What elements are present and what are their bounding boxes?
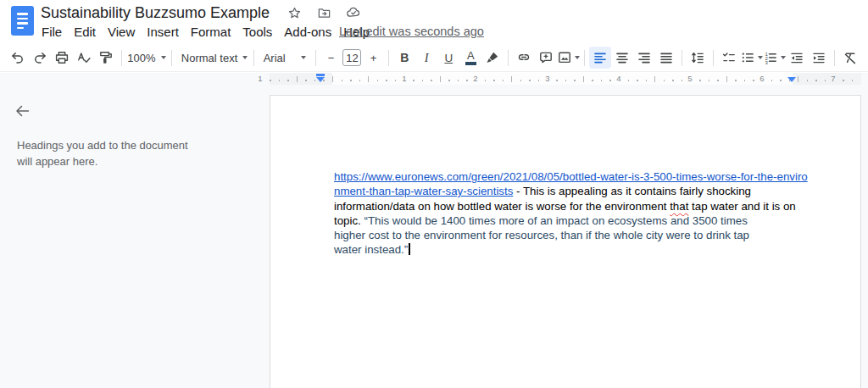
paragraph-style-select[interactable]: Normal text bbox=[176, 47, 249, 69]
increase-font-size-button[interactable]: + bbox=[362, 47, 384, 69]
ruler-tick bbox=[744, 80, 746, 81]
move-folder-icon[interactable] bbox=[313, 3, 335, 22]
ruler-tick bbox=[485, 80, 487, 81]
ruler-tick bbox=[503, 80, 504, 81]
zoom-select[interactable]: 100% bbox=[126, 47, 167, 69]
toolbar-divider bbox=[388, 50, 389, 66]
menu-item-format[interactable]: Format bbox=[185, 23, 237, 41]
document-page[interactable]: https://www.euronews.com/green/2021/08/0… bbox=[270, 95, 861, 388]
spell-check-button[interactable] bbox=[73, 47, 95, 69]
print-icon bbox=[54, 50, 70, 65]
spell-check-icon bbox=[76, 50, 92, 65]
ruler-tick bbox=[458, 80, 459, 81]
chevron-down-icon bbox=[575, 56, 580, 59]
ruler-tick bbox=[287, 80, 289, 81]
chevron-down-icon bbox=[161, 56, 166, 59]
add-comment-button[interactable] bbox=[535, 47, 557, 69]
ruler-tick bbox=[279, 80, 281, 81]
menu-item-edit[interactable]: Edit bbox=[68, 23, 102, 41]
bulleted-list-button[interactable] bbox=[740, 47, 763, 69]
cloud-saved-icon[interactable] bbox=[342, 3, 364, 22]
ruler-tick bbox=[529, 80, 531, 81]
increase-indent-button[interactable] bbox=[808, 47, 830, 69]
image-icon bbox=[557, 50, 572, 65]
menu-item-insert[interactable]: Insert bbox=[141, 23, 185, 41]
text-cursor bbox=[409, 243, 410, 255]
document-link[interactable]: nment-than-tap-water-say-scientists bbox=[334, 185, 513, 197]
text-color-button[interactable]: A bbox=[459, 47, 481, 69]
ruler-tick bbox=[332, 76, 333, 82]
link-icon bbox=[516, 50, 531, 65]
justify-icon bbox=[659, 50, 674, 65]
align-right-icon bbox=[637, 50, 652, 65]
document-text-segment: topic. bbox=[334, 214, 364, 227]
ruler-tick bbox=[574, 80, 576, 81]
ruler-number: 4 bbox=[616, 74, 620, 83]
ruler-tick bbox=[413, 80, 415, 81]
ruler[interactable]: 11234567 bbox=[0, 73, 868, 85]
insert-image-button[interactable] bbox=[557, 47, 580, 69]
paint-format-button[interactable] bbox=[95, 47, 117, 69]
ruler-tick bbox=[726, 76, 727, 82]
highlighter-icon bbox=[485, 50, 500, 65]
print-button[interactable] bbox=[51, 47, 73, 69]
increase-indent-icon bbox=[811, 50, 826, 65]
app-header: Sustainability Buzzsumo Example FileEdit… bbox=[0, 0, 868, 44]
document-title[interactable]: Sustainability Buzzsumo Example bbox=[41, 4, 270, 22]
line-spacing-button[interactable] bbox=[687, 47, 709, 69]
highlight-color-button[interactable] bbox=[481, 47, 504, 69]
chevron-down-icon bbox=[758, 56, 763, 59]
document-line: topic. “This would be 1400 times more of… bbox=[334, 213, 808, 228]
menu-item-view[interactable]: View bbox=[102, 23, 141, 41]
redo-button[interactable] bbox=[29, 47, 51, 69]
ruler-tick bbox=[609, 80, 611, 81]
toolbar: 100% Normal text Arial − 12 + B I U A bbox=[0, 44, 868, 72]
menu-bar: FileEditViewInsertFormatToolsAdd-onsHelp bbox=[36, 23, 376, 41]
align-center-button[interactable] bbox=[611, 47, 633, 69]
misspelled-word: that bbox=[670, 200, 688, 213]
font-select[interactable]: Arial bbox=[259, 47, 311, 69]
google-docs-logo-icon[interactable] bbox=[11, 6, 34, 36]
document-text[interactable]: https://www.euronews.com/green/2021/08/0… bbox=[334, 169, 808, 258]
clear-formatting-button[interactable] bbox=[839, 47, 861, 69]
insert-link-button[interactable] bbox=[513, 47, 535, 69]
ruler-tick bbox=[565, 80, 567, 81]
undo-button[interactable] bbox=[7, 47, 29, 69]
quoted-text: “This would be 1400 times more of an imp… bbox=[364, 214, 747, 227]
ruler-tick bbox=[493, 80, 495, 81]
ruler-tick bbox=[646, 80, 648, 81]
ruler-tick bbox=[852, 80, 854, 81]
decrease-indent-button[interactable] bbox=[786, 47, 808, 69]
align-left-icon bbox=[593, 50, 608, 65]
ruler-tick bbox=[807, 80, 809, 81]
left-indent-marker[interactable] bbox=[316, 74, 325, 82]
decrease-indent-icon bbox=[789, 50, 804, 65]
align-right-button[interactable] bbox=[633, 47, 655, 69]
document-link[interactable]: https://www.euronews.com/green/2021/08/0… bbox=[334, 170, 808, 183]
ruler-tick bbox=[682, 80, 683, 81]
bold-button[interactable]: B bbox=[393, 47, 415, 69]
decrease-font-size-button[interactable]: − bbox=[320, 47, 342, 69]
close-outline-button[interactable] bbox=[10, 98, 36, 124]
ruler-tick bbox=[556, 80, 558, 81]
menu-item-tools[interactable]: Tools bbox=[236, 23, 278, 41]
checklist-button[interactable] bbox=[718, 47, 740, 69]
line-spacing-icon bbox=[690, 50, 705, 65]
justify-button[interactable] bbox=[655, 47, 677, 69]
right-indent-marker[interactable] bbox=[787, 77, 796, 82]
chevron-down-icon bbox=[781, 56, 786, 59]
star-icon[interactable] bbox=[283, 3, 305, 22]
last-edit-link[interactable]: Last edit was seconds ago bbox=[336, 23, 487, 40]
menu-item-addons[interactable]: Add-ons bbox=[278, 23, 337, 41]
font-size-input[interactable]: 12 bbox=[342, 49, 361, 66]
underline-button[interactable]: U bbox=[437, 47, 459, 69]
ruler-tick bbox=[297, 76, 298, 82]
ruler-tick bbox=[699, 80, 701, 81]
ruler-tick bbox=[654, 76, 655, 82]
italic-button[interactable]: I bbox=[415, 47, 437, 69]
ruler-tick bbox=[350, 80, 352, 81]
numbered-list-button[interactable]: 123 bbox=[763, 47, 786, 69]
align-left-button[interactable] bbox=[589, 47, 611, 69]
menu-item-file[interactable]: File bbox=[36, 23, 68, 41]
checklist-icon bbox=[721, 50, 737, 65]
